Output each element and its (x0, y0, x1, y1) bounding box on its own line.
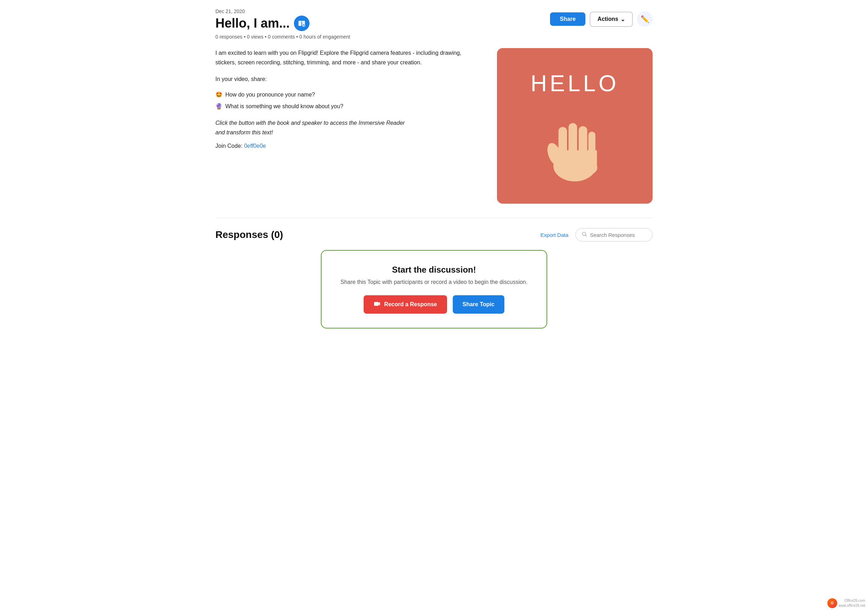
discussion-card-title: Start the discussion! (338, 265, 530, 275)
search-responses-input[interactable] (590, 232, 646, 238)
list-item-1-text: How do you pronounce your name? (225, 90, 315, 99)
actions-button[interactable]: Actions ⌄ (590, 12, 633, 27)
export-data-link[interactable]: Export Data (541, 232, 569, 238)
chevron-down-icon: ⌄ (620, 16, 625, 23)
immersive-reader-icon (298, 19, 305, 27)
description-paragraph: I am excited to learn with you on Flipgr… (215, 48, 483, 67)
responses-title: Responses (0) (215, 229, 283, 240)
date-label: Dec 21, 2020 (215, 8, 550, 14)
svg-rect-0 (299, 21, 301, 26)
immersive-reader-button[interactable] (294, 15, 310, 31)
responses-section: Responses (0) Export Data Start the disc (215, 228, 653, 328)
share-topic-button[interactable]: Share Topic (453, 295, 504, 314)
discussion-card: Start the discussion! Share this Topic w… (321, 250, 547, 328)
search-icon (581, 231, 587, 238)
stats-row: 0 responses • 0 views • 0 comments • 0 h… (215, 34, 653, 40)
svg-rect-12 (374, 302, 379, 306)
join-code-link[interactable]: 0eff0e0e (244, 143, 266, 149)
topic-image-container: HELLO (497, 48, 653, 204)
list-item-1: 🤩 How do you pronounce your name? (215, 90, 483, 99)
discussion-card-subtitle: Share this Topic with participants or re… (338, 279, 530, 285)
edit-button[interactable]: ✏️ (637, 11, 653, 27)
join-code-row: Join Code: 0eff0e0e (215, 143, 483, 149)
record-response-button[interactable]: Record a Response (364, 295, 447, 314)
pencil-icon: ✏️ (640, 15, 649, 23)
video-share-intro: In your video, share: (215, 74, 483, 84)
join-code-label: Join Code: (215, 143, 243, 149)
share-button[interactable]: Share (550, 12, 585, 26)
camera-icon (374, 300, 381, 309)
svg-point-10 (557, 158, 597, 178)
list-item-2: 🔮 What is something we should know about… (215, 102, 483, 111)
hello-text: HELLO (530, 70, 619, 96)
list-item-2-emoji: 🔮 (215, 102, 223, 111)
list-item-1-emoji: 🤩 (215, 90, 223, 99)
hand-illustration (536, 104, 614, 181)
search-box[interactable] (575, 228, 653, 241)
page-title: Hello, I am... (215, 16, 290, 31)
topic-image: HELLO (497, 48, 653, 204)
list-item-2-text: What is something we should know about y… (225, 102, 343, 111)
immersive-reader-note: Click the button with the book and speak… (215, 118, 483, 137)
section-divider (215, 218, 653, 218)
